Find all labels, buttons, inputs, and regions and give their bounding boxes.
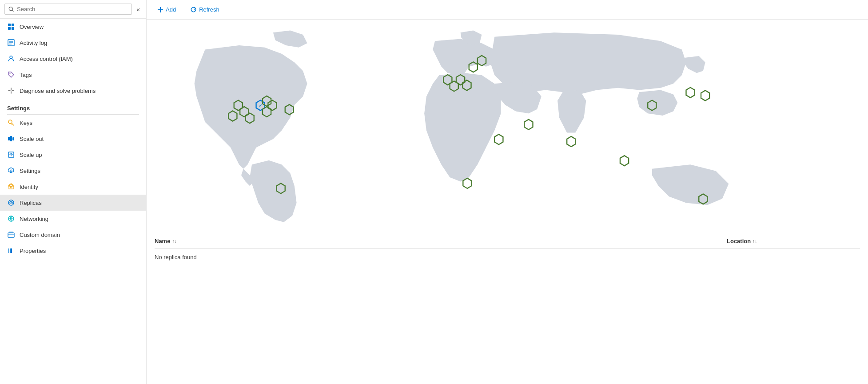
- svg-rect-15: [12, 137, 14, 140]
- svg-point-17: [10, 186, 12, 188]
- sort-location-icon[interactable]: ↑↓: [753, 239, 757, 244]
- col-name-header[interactable]: Name ↑↓: [155, 238, 727, 244]
- sidebar-label-tags: Tags: [20, 72, 32, 78]
- sidebar-item-scale-out[interactable]: Scale out: [0, 131, 146, 147]
- sidebar-item-activity-log[interactable]: Activity log: [0, 35, 146, 51]
- content-area: ✓: [147, 20, 868, 384]
- replicas-icon: [7, 199, 15, 207]
- network-icon: [7, 215, 15, 223]
- sidebar-item-properties[interactable]: Properties: [0, 243, 146, 259]
- main-content: Add Refresh: [147, 0, 868, 384]
- sidebar-item-identity[interactable]: Identity: [0, 179, 146, 195]
- col-location-label: Location: [727, 238, 751, 244]
- svg-point-10: [10, 56, 12, 59]
- properties-icon: [7, 247, 15, 255]
- gear-icon: [7, 167, 15, 175]
- replicas-table: Name ↑↓ Location ↑↓ No replica found: [147, 234, 868, 274]
- domain-icon: [7, 231, 15, 239]
- col-location-header[interactable]: Location ↑↓: [727, 238, 860, 244]
- sort-name-icon[interactable]: ↑↓: [172, 239, 176, 244]
- add-label: Add: [166, 6, 176, 13]
- svg-rect-4: [8, 27, 11, 30]
- svg-rect-25: [10, 248, 11, 253]
- world-map: ✓: [155, 24, 860, 228]
- sidebar-label-networking: Networking: [20, 216, 48, 222]
- svg-line-1: [12, 10, 14, 12]
- svg-point-11: [10, 73, 11, 74]
- svg-rect-23: [9, 232, 13, 233]
- sidebar-item-networking[interactable]: Networking: [0, 211, 146, 227]
- sidebar-label-scale-up: Scale up: [20, 152, 42, 158]
- add-button[interactable]: Add: [155, 4, 179, 15]
- sidebar-label-identity: Identity: [20, 184, 38, 190]
- toolbar: Add Refresh: [147, 0, 868, 20]
- sidebar-item-settings[interactable]: Settings: [0, 163, 146, 179]
- sidebar-header: «: [0, 0, 146, 19]
- svg-rect-5: [12, 27, 14, 30]
- svg-rect-14: [10, 136, 12, 141]
- sidebar-item-tags[interactable]: Tags: [0, 67, 146, 83]
- collapse-button[interactable]: «: [135, 4, 142, 15]
- settings-section-label: Settings: [0, 99, 146, 114]
- sidebar-item-access-control[interactable]: Access control (IAM): [0, 51, 146, 67]
- sidebar-item-replicas[interactable]: Replicas: [0, 195, 146, 211]
- sidebar-label-custom-domain: Custom domain: [20, 232, 60, 238]
- refresh-icon: [190, 6, 197, 13]
- search-input[interactable]: [17, 6, 128, 12]
- table-header: Name ↑↓ Location ↑↓: [155, 234, 860, 248]
- svg-rect-2: [8, 24, 11, 26]
- sidebar-label-overview: Overview: [20, 24, 44, 30]
- sidebar: « Overview Activity log: [0, 0, 147, 384]
- scaleout-icon: [7, 135, 15, 143]
- sidebar-item-custom-domain[interactable]: Custom domain: [0, 227, 146, 243]
- log-icon: [7, 39, 15, 47]
- col-name-label: Name: [155, 238, 170, 244]
- svg-rect-22: [8, 233, 14, 237]
- refresh-label: Refresh: [199, 6, 219, 13]
- identity-icon: [7, 183, 15, 191]
- svg-rect-24: [8, 248, 9, 253]
- grid-icon: [7, 23, 15, 31]
- sidebar-label-keys: Keys: [20, 120, 32, 126]
- iam-icon: [7, 55, 15, 63]
- sidebar-label-access-control: Access control (IAM): [20, 56, 73, 62]
- svg-rect-3: [12, 24, 14, 26]
- sidebar-item-scale-up[interactable]: Scale up: [0, 147, 146, 163]
- search-icon: [8, 6, 14, 12]
- svg-point-12: [8, 120, 12, 124]
- refresh-button[interactable]: Refresh: [187, 4, 222, 15]
- sidebar-label-diagnose: Diagnose and solve problems: [20, 88, 96, 94]
- sidebar-label-activity-log: Activity log: [20, 40, 47, 46]
- tag-icon: [7, 71, 15, 79]
- key-icon: [7, 119, 15, 127]
- sidebar-item-keys[interactable]: Keys: [0, 115, 146, 131]
- search-box[interactable]: [4, 4, 132, 15]
- sidebar-item-overview[interactable]: Overview: [0, 19, 146, 35]
- sidebar-label-properties: Properties: [20, 248, 46, 254]
- svg-text:✓: ✓: [259, 103, 263, 108]
- sidebar-label-scale-out: Scale out: [20, 136, 44, 142]
- svg-point-20: [11, 202, 12, 203]
- svg-rect-13: [8, 137, 10, 140]
- sidebar-item-diagnose[interactable]: Diagnose and solve problems: [0, 83, 146, 99]
- diagnose-icon: [7, 87, 15, 95]
- plus-icon: [157, 7, 163, 13]
- map-container: ✓: [147, 20, 868, 234]
- scaleup-icon: [7, 151, 15, 159]
- svg-rect-26: [11, 248, 12, 253]
- svg-point-0: [9, 7, 12, 10]
- empty-message: No replica found: [155, 248, 860, 266]
- sidebar-label-settings: Settings: [20, 168, 40, 174]
- sidebar-label-replicas: Replicas: [20, 200, 42, 206]
